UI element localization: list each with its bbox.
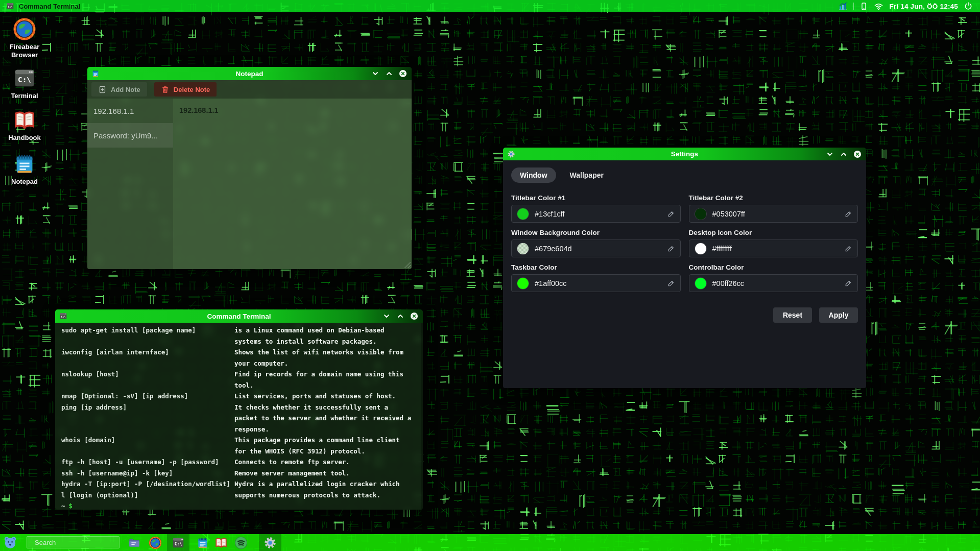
terminal-line: sudo apt-get install [package name]is a … [61, 325, 418, 336]
color-hex-value: #13cf1cff [535, 210, 667, 218]
terminal-output[interactable]: sudo apt-get install [package name]is a … [55, 323, 423, 510]
terminal-line: response. [61, 424, 418, 435]
close-icon[interactable] [399, 69, 407, 78]
terminal-command: hydra -T [ip:port] -P [/desination/wordl… [61, 478, 234, 490]
taskbar: C:\ [0, 534, 980, 551]
terminal-command: ping [ip address] [61, 402, 234, 413]
close-icon[interactable] [853, 150, 862, 158]
tab-wallpaper[interactable]: Wallpaper [561, 167, 612, 183]
terminal-prompt[interactable]: ~$ [61, 500, 418, 510]
color-hex-value: #679e604d [535, 245, 667, 253]
edit-pencil-icon[interactable] [667, 279, 675, 288]
color-hex-value: #053007ff [712, 210, 845, 218]
note-editor[interactable]: 192.168.1.1 [173, 99, 412, 269]
power-icon[interactable] [964, 2, 973, 11]
reset-button[interactable]: Reset [773, 307, 812, 323]
desktop-icon-terminal[interactable]: C:\Terminal [3, 66, 46, 100]
search-input[interactable] [34, 538, 126, 547]
terminal-description: your computer. [234, 358, 418, 369]
color-setting: Titlebar Color #1#13cf1cff [511, 194, 681, 223]
svg-text:C:\: C:\ [175, 541, 182, 546]
notepad-titlebar[interactable]: Notepad [87, 67, 412, 80]
terminal-line: iwconfig [airlan internface]Shows the li… [61, 347, 418, 358]
apply-button[interactable]: Apply [819, 307, 858, 323]
clock[interactable]: Fri 14 Jun, ÖÖ 12:45 [889, 3, 958, 10]
terminal-line: ssh -h [username@ip] -k [key]Remove serv… [61, 468, 418, 479]
maximize-icon[interactable] [840, 150, 848, 158]
edit-pencil-icon[interactable] [667, 245, 675, 253]
desktop-icon-handbook[interactable]: Handbook [3, 108, 46, 142]
taskbar-icon-notepad[interactable] [196, 536, 209, 549]
maximize-icon[interactable] [396, 312, 404, 320]
wifi-icon[interactable] [874, 2, 883, 11]
minimize-icon[interactable] [371, 69, 379, 78]
edit-pencil-icon[interactable] [844, 279, 852, 288]
close-icon[interactable] [410, 312, 418, 320]
taskbar-icon-file-manager[interactable] [128, 536, 141, 549]
edit-pencil-icon[interactable] [667, 210, 675, 218]
note-list-item[interactable]: Password: yUm9... [87, 123, 173, 148]
add-note-icon [98, 85, 107, 94]
terminal-line: ping [ip address]It checks whether it su… [61, 402, 418, 413]
taskbar-icon-terminal[interactable]: C:\ [172, 536, 185, 549]
network-chart-icon[interactable] [838, 2, 848, 11]
terminal-description: Hydra is a parallelized login cracker wh… [234, 478, 418, 490]
terminal-command: whois [domain] [61, 435, 234, 446]
desktop-icon-fireabear-browser[interactable]: Fireabear Browser [3, 17, 46, 60]
taskbar-icon-music-player[interactable] [234, 536, 248, 549]
terminal-command [61, 424, 234, 435]
terminal-command: l [login (optional)] [61, 490, 234, 501]
minimize-icon[interactable] [826, 150, 834, 158]
desktop-icon-notepad[interactable]: Notepad [3, 152, 46, 186]
terminal-description: It checks whether it successfully sent a [234, 402, 418, 413]
terminal-command: iwconfig [airlan internface] [61, 347, 234, 358]
color-picker-field[interactable]: #679e604d [511, 239, 681, 257]
minimize-icon[interactable] [383, 312, 391, 320]
color-swatch [517, 208, 529, 220]
phone-icon[interactable] [859, 2, 868, 11]
color-swatch [695, 243, 707, 255]
taskbar-icon-fireabear-browser[interactable] [149, 536, 162, 549]
terminal-line: nslookup [host]Find ip records for a dom… [61, 369, 418, 380]
terminal-line: ftp -h [host] -u [username] -p [password… [61, 457, 418, 468]
book-icon [13, 108, 36, 132]
note-list-item[interactable]: 192.168.1.1 [87, 99, 173, 123]
taskbar-icon-handbook[interactable] [214, 536, 228, 549]
notepad-app-icon [91, 69, 100, 78]
color-picker-field[interactable]: #13cf1cff [511, 205, 681, 223]
color-picker-field[interactable]: #053007ff [689, 205, 858, 223]
note-list: 192.168.1.1Password: yUm9... [87, 99, 173, 269]
settings-titlebar[interactable]: Settings [503, 148, 866, 160]
top-control-bar: C:\ Command Terminal Fri 14 Jun, ÖÖ 12:4… [0, 0, 980, 12]
tab-window[interactable]: Window [511, 167, 556, 183]
prompt-symbol: $ [69, 502, 73, 510]
start-menu-button[interactable] [2, 535, 18, 550]
terminal-line: packet to the server and whether it rece… [61, 413, 418, 424]
delete-note-button[interactable]: Delete Note [154, 82, 217, 97]
desktop-icon-label: Handbook [8, 134, 41, 142]
terminal-command: ftp -h [host] -u [username] -p [password… [61, 457, 234, 468]
active-window-icon: C:\ [6, 2, 14, 10]
edit-pencil-icon[interactable] [844, 245, 852, 253]
terminal-command: nmap [Optional: -sV] [ip address] [61, 391, 234, 402]
add-note-label: Add Note [111, 86, 140, 93]
terminal-titlebar[interactable]: C:\ Command Terminal [55, 309, 423, 323]
color-picker-field[interactable]: #1aff00cc [511, 274, 681, 292]
desktop-icon-label: Fireabear Browser [3, 43, 46, 60]
color-picker-field[interactable]: #00ff26cc [689, 274, 858, 292]
add-note-button[interactable]: Add Note [91, 82, 147, 97]
taskbar-icon-settings[interactable] [264, 536, 277, 549]
terminal-description: tool. [234, 380, 418, 391]
svg-text:C:\: C:\ [18, 76, 31, 84]
active-window-title: Command Terminal [19, 3, 80, 10]
terminal-app-icon: C:\ [59, 312, 67, 320]
taskbar-search[interactable] [27, 536, 119, 548]
settings-app-icon [507, 150, 515, 158]
divider [853, 3, 854, 10]
terminal-description: Shows the list of wifi networks visible … [234, 347, 418, 358]
notepad-window: Notepad Add Note Delete Note 192.168.1.1… [87, 67, 412, 269]
color-picker-field[interactable]: #ffffffff [689, 239, 858, 257]
maximize-icon[interactable] [385, 69, 393, 78]
terminal-command: nslookup [host] [61, 369, 234, 380]
edit-pencil-icon[interactable] [844, 210, 852, 218]
